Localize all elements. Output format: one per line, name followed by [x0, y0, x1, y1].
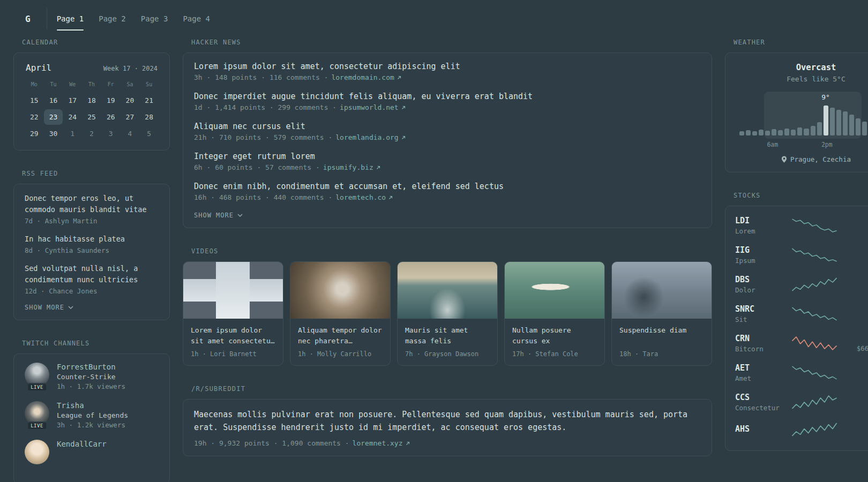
- hn-item-domain-link[interactable]: ipsumify.biz: [323, 163, 381, 171]
- hn-item-domain-link[interactable]: loremlandia.org: [335, 133, 406, 141]
- hn-item-title[interactable]: Aliquam nec cursus elit: [194, 122, 701, 131]
- rss-show-more-label: SHOW MORE: [25, 304, 64, 311]
- stock-symbol[interactable]: AHS: [735, 424, 784, 434]
- stock-symbol[interactable]: CRN: [735, 334, 784, 343]
- video-title[interactable]: Mauris sit amet massa felis: [405, 325, 490, 347]
- subreddit-card: Maecenas mollis pulvinar erat non posuer…: [183, 399, 712, 456]
- weather-hour-bar: [784, 129, 789, 135]
- reddit-post-domain-link[interactable]: loremnet.xyz: [353, 439, 410, 447]
- hn-item-domain-link[interactable]: loremtech.co: [335, 193, 393, 201]
- stock-row[interactable]: SNRC Sit +1.36% $148.64: [735, 304, 868, 323]
- rss-item-title[interactable]: Sed volutpat nulla nisl, a condimentum n…: [25, 263, 159, 285]
- channel-name[interactable]: ForrestBurton: [57, 363, 125, 371]
- video-thumbnail[interactable]: [398, 262, 497, 319]
- stock-row[interactable]: IIG Ipsum +2.84% $42.04: [735, 245, 868, 265]
- video-thumbnail[interactable]: [505, 262, 604, 319]
- weather-hour-bar: [778, 130, 783, 135]
- rss-widget: RSS Feed Donec tempor eros leo, ut commo…: [13, 170, 170, 320]
- calendar-week-year: Week 17 · 2024: [103, 65, 158, 72]
- calendar-day: 2: [82, 126, 101, 141]
- weather-location-label: Prague, Czechia: [790, 155, 851, 163]
- chevron-down-icon: [237, 214, 243, 217]
- stock-symbol[interactable]: DBS: [735, 275, 784, 284]
- hacker-news-widget-title: Hacker News: [191, 39, 712, 46]
- calendar-dayname: Tu: [44, 79, 63, 89]
- stock-symbol[interactable]: LDI: [735, 216, 784, 225]
- video-title[interactable]: Suspendisse diam: [619, 325, 704, 347]
- stock-price: $148.64: [844, 315, 868, 323]
- stock-row[interactable]: AHS +0.46%: [735, 422, 868, 437]
- hn-item-domain-link[interactable]: loremdomain.com: [331, 73, 401, 81]
- weather-time-label: 6am: [767, 141, 778, 148]
- rss-item: In hac habitasse platea 8d · Cynthia Sau…: [25, 234, 159, 254]
- weather-hour-bar: [804, 129, 809, 135]
- video-title[interactable]: Lorem ipsum dolor sit amet consectetu…: [191, 325, 275, 347]
- video-card[interactable]: Mauris sit amet massa felis 7h · Grayson…: [397, 261, 498, 366]
- hn-item-meta: 6h · 60 points · 57 comments · ipsumify.…: [194, 163, 701, 171]
- channel-name[interactable]: Trisha: [57, 401, 128, 410]
- hn-item-domain-link[interactable]: ipsumworld.net: [340, 103, 406, 111]
- location-pin-icon: [781, 156, 787, 163]
- stock-symbol[interactable]: CCS: [735, 393, 784, 402]
- rss-item-title[interactable]: In hac habitasse platea: [25, 234, 159, 245]
- channel-name[interactable]: KendallCarr: [57, 440, 107, 448]
- stock-price: $66,171.48: [844, 344, 868, 352]
- twitch-widget: Twitch Channels LIVE ForrestBurton Count…: [13, 340, 170, 482]
- hn-item-title[interactable]: Integer eget rutrum lorem: [194, 152, 701, 161]
- stock-symbol[interactable]: SNRC: [735, 304, 784, 314]
- stock-symbol[interactable]: AET: [735, 363, 784, 373]
- reddit-post-title[interactable]: Maecenas mollis pulvinar erat non posuer…: [194, 408, 701, 434]
- stock-numbers: +1.42% $156.28: [844, 275, 868, 293]
- video-meta: 1h · Molly Carrillo: [298, 350, 383, 358]
- video-card[interactable]: Nullam posuere cursus ex 17h · Stefan Co…: [504, 261, 605, 366]
- hn-item-title[interactable]: Donec enim nibh, condimentum et accumsan…: [194, 182, 701, 191]
- video-card[interactable]: Suspendisse diam 18h · Tara: [611, 261, 712, 366]
- video-thumbnail[interactable]: [612, 262, 712, 319]
- tab-page-3[interactable]: Page 3: [133, 0, 176, 37]
- stock-row[interactable]: AET Amet +0.92% $499.72: [735, 363, 868, 382]
- stock-row[interactable]: DBS Dolor +1.42% $156.28: [735, 275, 868, 294]
- external-link-icon: [405, 441, 410, 446]
- app-logo[interactable]: G: [13, 8, 47, 29]
- rss-card: Donec tempor eros leo, ut commodo mauris…: [13, 184, 170, 320]
- hn-item-title[interactable]: Lorem ipsum dolor sit amet, consectetur …: [194, 62, 701, 71]
- video-card[interactable]: Aliquam tempor dolor nec pharetra… 1h · …: [290, 261, 391, 366]
- weather-widget: Weather Overcast Feels like 5°C 9° 6am 2…: [725, 39, 868, 172]
- stock-symbol[interactable]: IIG: [735, 245, 784, 255]
- video-thumbnail[interactable]: [290, 262, 390, 319]
- avatar: LIVE: [25, 363, 49, 387]
- tab-page-1[interactable]: Page 1: [49, 0, 92, 37]
- weather-hour-bar: [759, 130, 764, 135]
- stock-sparkline: [791, 336, 838, 351]
- channel-game: Counter-Strike: [57, 373, 125, 381]
- video-body: Aliquam tempor dolor nec pharetra… 1h · …: [290, 319, 390, 365]
- video-meta: 18h · Tara: [619, 350, 704, 358]
- hn-item: Lorem ipsum dolor sit amet, consectetur …: [194, 62, 701, 81]
- rss-item-title[interactable]: Donec tempor eros leo, ut commodo mauris…: [25, 193, 159, 215]
- calendar-day: 1: [63, 126, 82, 141]
- video-title[interactable]: Aliquam tempor dolor nec pharetra…: [298, 325, 383, 347]
- stock-info: DBS Dolor: [735, 275, 784, 294]
- tab-page-4[interactable]: Page 4: [175, 0, 218, 37]
- hn-item-title[interactable]: Donec imperdiet augue tincidunt felis al…: [194, 92, 701, 101]
- tab-page-2[interactable]: Page 2: [91, 0, 133, 37]
- twitch-channel[interactable]: LIVE Trisha League of Legends 3h · 1.2k …: [25, 401, 159, 429]
- weather-hour-bar: [856, 118, 860, 135]
- channel-avatar-image: [25, 440, 49, 464]
- stocks-widget-title: Stocks: [734, 192, 868, 199]
- video-title[interactable]: Nullam posuere cursus ex: [512, 325, 597, 347]
- twitch-channel[interactable]: KendallCarr: [25, 440, 159, 464]
- video-body: Lorem ipsum dolor sit amet consectetu… 1…: [183, 319, 283, 365]
- stock-row[interactable]: CCS Consectetur +0.51% $165.84: [735, 393, 868, 412]
- stock-row[interactable]: LDI Lorem +4.35% $795.18: [735, 216, 868, 235]
- calendar-day-selected: 23: [44, 109, 63, 125]
- video-thumbnail[interactable]: [183, 262, 283, 319]
- calendar-widget-title: Calendar: [22, 39, 170, 46]
- hn-show-more-button[interactable]: SHOW MORE: [194, 212, 701, 219]
- rss-show-more-button[interactable]: SHOW MORE: [25, 304, 159, 311]
- calendar-day: 20: [121, 93, 140, 108]
- video-card[interactable]: Lorem ipsum dolor sit amet consectetu… 1…: [183, 261, 283, 366]
- stock-row[interactable]: CRN Bitcorn -1.00% $66,171.48: [735, 334, 868, 353]
- weather-hour-bar: [752, 131, 757, 135]
- twitch-channel[interactable]: LIVE ForrestBurton Counter-Strike 1h · 1…: [25, 363, 159, 390]
